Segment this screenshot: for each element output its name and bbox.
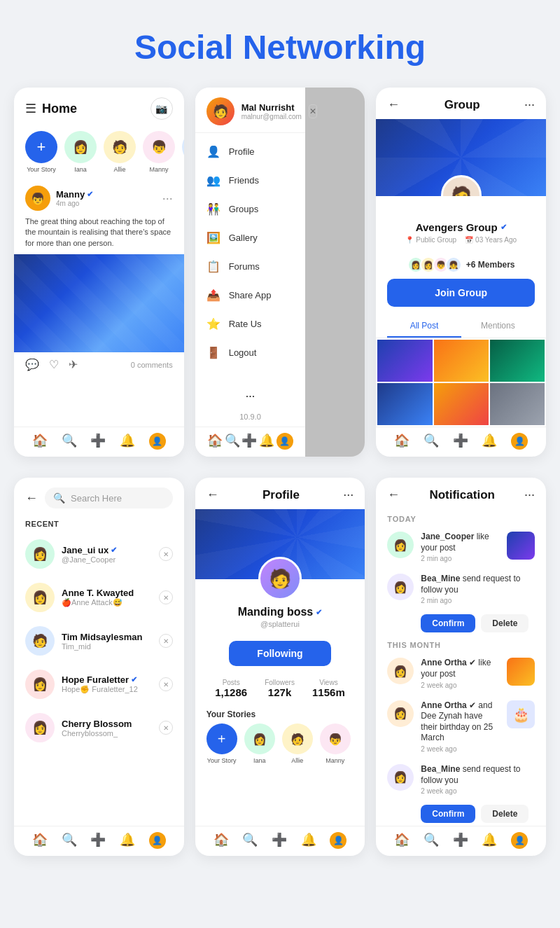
post-thumb-2[interactable]: [434, 340, 489, 382]
menu-close-button[interactable]: ✕: [309, 104, 317, 118]
group-nav-search[interactable]: 🔍: [424, 433, 439, 450]
tab-all-post[interactable]: All Post: [387, 315, 461, 338]
screen-search: ← 🔍 Search Here RECENT 👩 Jane_ui ux ✔ @J…: [14, 478, 184, 856]
group-back-button[interactable]: ←: [387, 97, 400, 112]
story-add[interactable]: + Your Story: [25, 131, 57, 173]
group-nav-bell[interactable]: 🔔: [482, 433, 497, 450]
post-thumb-3[interactable]: [490, 340, 545, 382]
post-options-button[interactable]: ···: [162, 191, 173, 206]
tab-mentions[interactable]: Mentions: [461, 315, 535, 338]
menu-item-groups[interactable]: 👫 Groups: [195, 195, 306, 223]
notif-nav-bell[interactable]: 🔔: [482, 832, 497, 849]
post-thumb-4[interactable]: [377, 383, 432, 425]
camera-button[interactable]: 📷: [150, 97, 173, 120]
menu-background-blur: [305, 88, 365, 457]
profile-story-add[interactable]: + Your Story: [206, 723, 237, 764]
join-group-button[interactable]: Join Group: [387, 279, 535, 307]
profile-back-button[interactable]: ←: [206, 487, 219, 502]
recent-item-cherry[interactable]: 👩 Cherry Blossom Cherryblossom_ ✕: [14, 706, 184, 749]
story-iana-avatar: 👩: [64, 131, 97, 163]
notif-back-button[interactable]: ←: [387, 487, 400, 502]
today-delete-button[interactable]: Delete: [481, 614, 528, 632]
follow-button[interactable]: Following: [229, 641, 330, 666]
month-confirm-button[interactable]: Confirm: [421, 805, 475, 823]
notif-nav-home[interactable]: 🏠: [394, 832, 410, 849]
notification-header: ← Notification ···: [376, 478, 546, 509]
verified-icon: ✔: [87, 190, 93, 199]
profile-story-manny[interactable]: 👦 Manny: [320, 723, 351, 764]
menu-nav-profile[interactable]: 👤: [276, 433, 293, 450]
recent-item-tim[interactable]: 🧑 Tim Midsaylesman Tim_mid ✕: [14, 619, 184, 663]
notif-nav-profile[interactable]: 👤: [511, 832, 528, 849]
post-thumb-6[interactable]: [490, 383, 545, 425]
recent-item-jane[interactable]: 👩 Jane_ui ux ✔ @Jane_Cooper ✕: [14, 532, 184, 576]
notif-nav-search[interactable]: 🔍: [424, 832, 439, 849]
post-thumb-1[interactable]: [377, 340, 432, 382]
story-manny[interactable]: 👦 Manny: [143, 131, 175, 173]
profile-nav-home[interactable]: 🏠: [214, 832, 229, 849]
search-input[interactable]: Search Here: [71, 493, 122, 504]
nav-home-icon[interactable]: 🏠: [32, 433, 48, 450]
menu-item-gallery[interactable]: 🖼️ Gallery: [195, 223, 306, 252]
profile-nav-profile[interactable]: 👤: [330, 832, 346, 849]
profile-title: Profile: [262, 488, 300, 502]
month-delete-button[interactable]: Delete: [481, 805, 528, 823]
group-members: 👩 👩 👦 👧 +6 Members: [376, 251, 546, 279]
comment-icon[interactable]: 💬: [25, 358, 39, 371]
menu-nav-add[interactable]: ➕: [241, 433, 257, 450]
profile-stats: Posts 1,1286 Followers 127k Views 1156m: [195, 673, 365, 704]
recent-close-hope[interactable]: ✕: [159, 677, 173, 691]
story-allie[interactable]: 🧑 Allie: [104, 131, 136, 173]
notif-options-button[interactable]: ···: [524, 487, 535, 502]
group-nav-profile[interactable]: 👤: [511, 433, 528, 450]
nav-profile-avatar[interactable]: 👤: [149, 433, 166, 450]
profile-nav-search[interactable]: 🔍: [242, 832, 258, 849]
menu-item-forums[interactable]: 📋 Forums: [195, 252, 306, 281]
menu-item-rate[interactable]: ⭐ Rate Us: [195, 310, 306, 338]
group-nav-add[interactable]: ➕: [453, 433, 468, 450]
share-app-icon: 📤: [206, 289, 220, 302]
share-icon[interactable]: ✈: [69, 358, 78, 371]
nav-add-icon[interactable]: ➕: [90, 433, 106, 450]
nav-bell-icon[interactable]: 🔔: [120, 433, 135, 450]
profile-nav-bell[interactable]: 🔔: [301, 832, 316, 849]
search-nav-profile[interactable]: 👤: [149, 832, 166, 849]
search-nav-search[interactable]: 🔍: [62, 832, 77, 849]
menu-dots[interactable]: ···: [195, 386, 306, 407]
group-nav-home[interactable]: 🏠: [394, 433, 410, 450]
profile-nav-add[interactable]: ➕: [272, 832, 287, 849]
notif-nav-add[interactable]: ➕: [453, 832, 468, 849]
recent-name-cherry: Cherry Blossom: [62, 719, 152, 729]
story-iana[interactable]: 👩 Iana: [64, 131, 97, 173]
profile-options-button[interactable]: ···: [343, 487, 354, 502]
menu-item-friends[interactable]: 👥 Friends: [195, 166, 306, 195]
menu-item-logout[interactable]: 🚪 Logout: [195, 338, 306, 367]
menu-nav-home[interactable]: 🏠: [207, 433, 223, 450]
recent-close-cherry[interactable]: ✕: [159, 721, 173, 735]
story-isa[interactable]: 👧 Isa: [182, 131, 184, 173]
today-confirm-button[interactable]: Confirm: [421, 614, 475, 632]
post-thumb-5[interactable]: [434, 383, 489, 425]
recent-item-hope[interactable]: 👩 Hope Furaletter ✔ Hope✊ Furaletter_12 …: [14, 663, 184, 706]
search-nav-home[interactable]: 🏠: [32, 832, 48, 849]
recent-close-anne[interactable]: ✕: [159, 590, 173, 604]
menu-nav-search[interactable]: 🔍: [225, 433, 240, 450]
search-nav-add[interactable]: ➕: [90, 832, 106, 849]
hamburger-icon[interactable]: ☰: [25, 101, 36, 116]
recent-name-tim: Tim Midsaylesman: [62, 632, 152, 642]
recent-item-anne[interactable]: 👩 Anne T. Kwayted 🍎Anne Attack😅 ✕: [14, 576, 184, 619]
menu-item-profile[interactable]: 👤 Profile: [195, 137, 306, 166]
home-header: ☰ Home 📷: [14, 88, 184, 127]
menu-nav-bell[interactable]: 🔔: [259, 433, 274, 450]
search-back-button[interactable]: ←: [25, 491, 38, 506]
group-options-button[interactable]: ···: [524, 97, 535, 112]
recent-close-jane[interactable]: ✕: [159, 547, 173, 561]
nav-search-icon[interactable]: 🔍: [62, 433, 77, 450]
recent-close-tim[interactable]: ✕: [159, 634, 173, 648]
like-icon[interactable]: ♡: [49, 358, 59, 371]
profile-story-iana[interactable]: 👩 Iana: [244, 723, 275, 764]
profile-story-allie[interactable]: 🧑 Allie: [282, 723, 313, 764]
search-input-wrap[interactable]: 🔍 Search Here: [45, 487, 173, 508]
search-nav-bell[interactable]: 🔔: [120, 832, 135, 849]
menu-item-share[interactable]: 📤 Share App: [195, 281, 306, 310]
